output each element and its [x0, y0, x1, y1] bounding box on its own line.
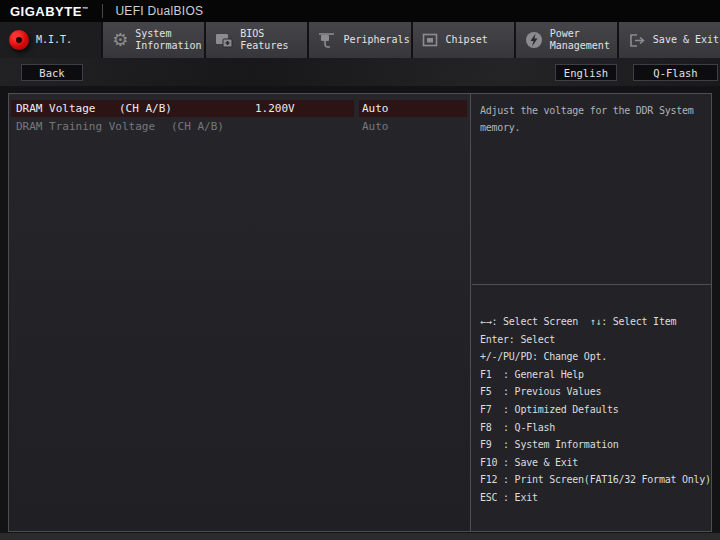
tab-chipset[interactable]: Chipset	[413, 22, 516, 58]
legend-line: F1 : General Help	[480, 366, 712, 384]
sub-toolbar: Back English Q-Flash	[0, 58, 720, 86]
save-exit-icon	[628, 33, 646, 48]
header-divider	[102, 4, 103, 18]
qflash-button[interactable]: Q-Flash	[633, 64, 718, 81]
settings-list: DRAM Voltage (CH A/B) 1.200V Auto DRAM T…	[9, 94, 471, 531]
bios-title: UEFI DualBIOS	[115, 4, 203, 18]
tab-system-information[interactable]: ⚙ System Information	[103, 22, 206, 58]
setting-value: Auto	[362, 118, 389, 135]
legend-line: F9 : System Information	[480, 436, 712, 454]
power-icon	[525, 31, 543, 49]
tab-power-management[interactable]: Power Management	[516, 22, 619, 58]
bios-features-icon	[215, 32, 233, 48]
legend-line: F12 : Print Screen(FAT16/32 Format Only)	[480, 471, 712, 489]
setting-row-dram-voltage[interactable]: DRAM Voltage (CH A/B) 1.200V Auto	[9, 100, 471, 117]
setting-current: 1.200V	[255, 100, 295, 117]
tab-power-management-label: Power Management	[550, 28, 610, 52]
main-menu-tabbar: M.I.T. ⚙ System Information BIOS Feature…	[0, 22, 720, 58]
gear-icon: ⚙	[112, 31, 128, 49]
tab-mit[interactable]: M.I.T.	[0, 22, 103, 58]
main-panel: DRAM Voltage (CH A/B) 1.200V Auto DRAM T…	[8, 93, 712, 532]
help-text: Adjust the voltage for the DDR System me…	[472, 94, 712, 285]
setting-name: DRAM Voltage	[16, 100, 95, 117]
tab-system-information-label: System Information	[135, 28, 201, 52]
gigabyte-logo: GIGABYTE™	[0, 4, 88, 19]
legend-line: F8 : Q-Flash	[480, 419, 712, 437]
legend-line: Enter: Select	[480, 331, 712, 349]
back-button[interactable]: Back	[21, 64, 83, 81]
bottom-strip	[0, 533, 720, 540]
chipset-icon	[422, 33, 439, 48]
setting-name: DRAM Training Voltage	[16, 118, 155, 135]
legend-line: F5 : Previous Values	[480, 383, 712, 401]
tab-save-exit-label: Save & Exit	[653, 34, 719, 46]
peripherals-icon	[318, 32, 336, 48]
legend-line: +/-/PU/PD: Change Opt.	[480, 348, 712, 366]
legend-line: F7 : Optimized Defaults	[480, 401, 712, 419]
legend-line: ←→: Select Screen ↑↓: Select Item	[480, 313, 712, 331]
legend-line: ESC : Exit	[480, 489, 712, 507]
title-bar: GIGABYTE™ UEFI DualBIOS	[0, 0, 720, 22]
language-button[interactable]: English	[555, 64, 617, 81]
tab-peripherals[interactable]: Peripherals	[309, 22, 412, 58]
tab-peripherals-label: Peripherals	[343, 34, 409, 46]
tab-bios-features[interactable]: BIOS Features	[206, 22, 309, 58]
setting-row-dram-training-voltage[interactable]: DRAM Training Voltage (CH A/B) Auto	[9, 118, 471, 135]
setting-channel: (CH A/B)	[119, 100, 172, 117]
tab-chipset-label: Chipset	[446, 34, 488, 46]
key-legend: ←→: Select Screen ↑↓: Select Item Enter:…	[472, 286, 712, 531]
legend-line: F10 : Save & Exit	[480, 454, 712, 472]
setting-value[interactable]: Auto	[362, 100, 389, 117]
info-pane: Adjust the voltage for the DDR System me…	[472, 94, 712, 531]
tab-mit-label: M.I.T.	[36, 34, 72, 46]
tab-bios-features-label: BIOS Features	[240, 28, 288, 52]
mit-dial-icon	[9, 30, 29, 50]
setting-channel: (CH A/B)	[171, 118, 224, 135]
tab-save-exit[interactable]: Save & Exit	[619, 22, 720, 58]
